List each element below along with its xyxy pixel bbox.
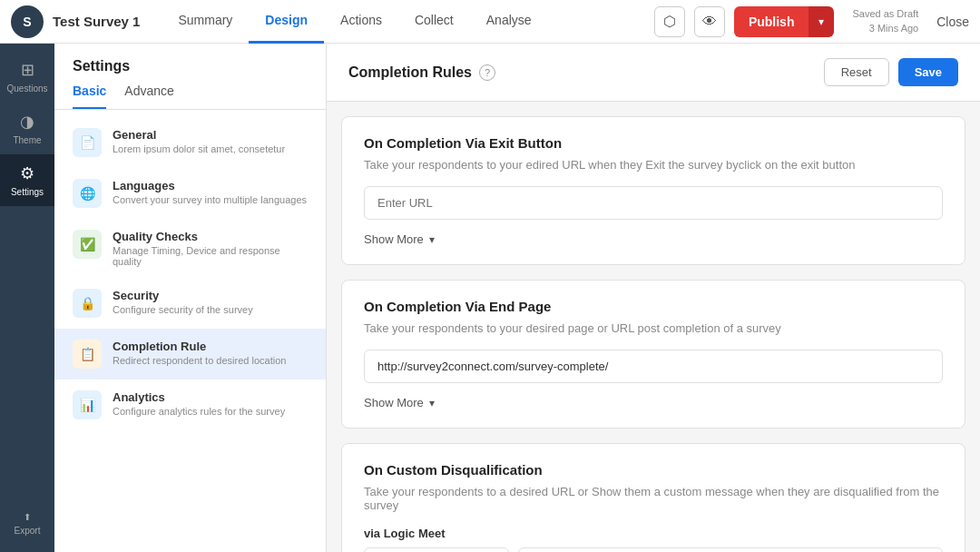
menu-item-general[interactable]: 📄 General Lorem ipsum dolor sit amet, co… [54,117,326,168]
tab-design[interactable]: Design [249,0,324,44]
nav-tabs: Summary Design Actions Collect Analyse [162,0,653,44]
publish-dropdown-button[interactable]: ▾ [808,6,834,37]
end-page-show-more[interactable]: Show More ▾ [364,396,435,409]
disqualification-title: On Custom Disqualification [364,462,943,478]
top-nav: S Test Survey 1 Summary Design Actions C… [0,0,980,44]
tab-advance[interactable]: Advance [124,84,173,109]
settings-menu: 📄 General Lorem ipsum dolor sit amet, co… [54,110,326,438]
menu-item-analytics[interactable]: 📊 Analytics Configure analytics rules fo… [54,380,326,430]
menu-item-quality[interactable]: ✅ Quality Checks Manage Timing, Device a… [54,219,326,278]
settings-sidebar: Settings Basic Advance 📄 General Lorem i… [54,44,327,552]
saved-info: Saved as Draft 3 Mins Ago [852,7,918,35]
show-more-arrow-icon: ▾ [429,233,435,246]
end-page-url-input[interactable] [364,350,943,383]
sidebar-item-questions[interactable]: ⊞ Questions [0,51,54,103]
end-page-title: On Completion Via End Page [364,299,943,314]
content-header: Completion Rules ? Reset Save [327,44,980,102]
quality-icon: ✅ [73,230,102,259]
security-icon: 🔒 [73,289,102,318]
questions-icon: ⊞ [21,60,34,80]
app-logo: S [11,5,44,38]
general-icon: 📄 [73,128,102,157]
preview-button[interactable]: 👁 [694,6,725,37]
tab-basic[interactable]: Basic [73,84,106,109]
settings-icon: ⚙ [20,163,34,183]
icon-sidebar: ⊞ Questions ◑ Theme ⚙ Settings ⬆ Export [0,44,54,552]
exit-url-input[interactable] [364,186,943,220]
completion-icon: 📋 [73,340,102,369]
publish-group: Publish ▾ [734,6,835,37]
content-title: Completion Rules [348,64,472,81]
sidebar-item-export[interactable]: ⬆ Export [0,503,54,545]
sidebar-item-settings[interactable]: ⚙ Settings [0,154,54,206]
exit-show-more[interactable]: Show More ▾ [364,232,435,246]
tab-analyse[interactable]: Analyse [470,0,548,44]
export-icon: ⬆ [24,512,31,522]
share-button[interactable]: ⬡ [654,6,685,37]
main-layout: ⊞ Questions ◑ Theme ⚙ Settings ⬆ Export … [0,44,980,552]
languages-icon: 🌐 [73,179,102,208]
exit-button-title: On Completion Via Exit Button [364,135,943,151]
sidebar-item-theme[interactable]: ◑ Theme [0,103,54,154]
theme-icon: ◑ [20,112,34,132]
logic-meet-row: via Logic Meet Message URL ▾ [364,527,943,552]
end-show-more-arrow-icon: ▾ [429,397,435,409]
tab-actions[interactable]: Actions [324,0,398,44]
menu-item-completion[interactable]: 📋 Completion Rule Redirect respondent to… [54,329,326,380]
settings-title: Settings [54,44,326,74]
main-content: Completion Rules ? Reset Save On Complet… [327,44,980,552]
logic-meet-label: via Logic Meet [364,527,943,540]
logic-message-select[interactable]: Message URL [364,547,509,552]
exit-button-desc: Take your respondents to your edired URL… [364,158,943,172]
publish-button[interactable]: Publish [734,6,809,37]
reset-button[interactable]: Reset [824,58,889,86]
help-icon[interactable]: ? [479,64,495,81]
disqualification-desc: Take your respondents to a desired URL o… [364,485,943,512]
disqualification-section: On Custom Disqualification Take your res… [341,443,965,552]
close-button[interactable]: Close [936,15,969,29]
end-page-section: On Completion Via End Page Take your res… [341,280,965,429]
logic-message-input[interactable] [518,547,943,552]
survey-title: Test Survey 1 [53,14,140,29]
menu-item-security[interactable]: 🔒 Security Configure security of the sur… [54,278,326,329]
exit-button-section: On Completion Via Exit Button Take your … [341,116,965,265]
tab-collect[interactable]: Collect [398,0,470,44]
settings-tabs: Basic Advance [54,74,326,110]
tab-summary[interactable]: Summary [162,0,249,44]
nav-actions: ⬡ 👁 Publish ▾ Saved as Draft 3 Mins Ago … [654,6,969,37]
save-button[interactable]: Save [898,58,958,86]
end-page-desc: Take your respondents to your desired pa… [364,321,943,335]
analytics-icon: 📊 [73,390,102,419]
menu-item-languages[interactable]: 🌐 Languages Convert your survey into mul… [54,168,326,219]
